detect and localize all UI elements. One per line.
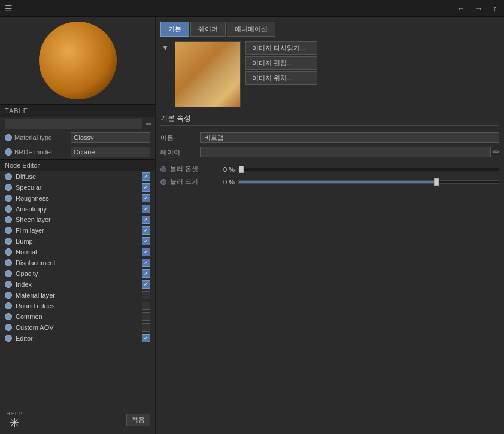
channel-dot	[5, 259, 12, 266]
tabs-row: 기본쉐이더애니메이션	[160, 22, 499, 37]
channel-row: Specular	[0, 182, 155, 193]
name-input[interactable]	[200, 132, 499, 143]
channel-checkbox[interactable]	[142, 194, 150, 202]
channel-name: Opacity	[16, 270, 138, 277]
channel-name: Film layer	[16, 227, 138, 234]
image-thumbnail	[175, 41, 241, 107]
layer-edit-button[interactable]: ✏	[493, 148, 499, 156]
slider-label: 블러 크기	[170, 177, 212, 186]
channel-name: Editor	[16, 335, 138, 342]
channel-checkbox[interactable]	[142, 323, 150, 332]
slider-dot[interactable]	[160, 179, 166, 185]
channel-dot	[5, 324, 12, 331]
slider-thumb[interactable]	[434, 178, 439, 186]
layer-label: 레이어	[160, 148, 196, 157]
material-preview	[39, 22, 117, 99]
layer-dropdown-row: ✏	[200, 147, 499, 157]
channel-name: Bump	[16, 238, 138, 245]
image-action-2[interactable]: 이미지 위치...	[245, 71, 317, 85]
slider-section: 블러 옵셋0 %블러 크기0 %	[160, 163, 499, 188]
material-type-label: Material type	[14, 134, 68, 141]
table-select[interactable]	[5, 119, 142, 129]
channel-checkbox[interactable]	[142, 237, 150, 245]
channel-checkbox[interactable]	[142, 312, 150, 321]
channel-checkbox[interactable]	[142, 226, 150, 235]
nav-back-button[interactable]: ←	[454, 2, 467, 14]
menu-icon[interactable]: ☰	[5, 4, 13, 13]
left-panel: TABLE ✏ Material type Glossy BRDF model …	[0, 17, 156, 434]
cursor-area	[160, 188, 499, 429]
channel-dot	[5, 281, 12, 288]
brdf-model-select[interactable]: Octane	[71, 147, 150, 157]
table-edit-button[interactable]: ✏	[145, 119, 153, 129]
channel-name: Anisotropy	[16, 205, 138, 213]
image-section: ▼ 이미지 다시읽기...이미지 편집...이미지 위치...	[160, 41, 499, 107]
channel-row: Film layer	[0, 225, 155, 236]
name-row: 이름	[160, 130, 499, 145]
nav-up-button[interactable]: ↑	[490, 2, 499, 14]
help-section: HELP ✳ 적용	[0, 405, 155, 434]
channel-row: Round edges	[0, 301, 155, 311]
channel-dot	[5, 184, 12, 191]
channel-dot	[5, 216, 12, 223]
section-title: 기본 속성	[160, 113, 499, 126]
channel-row: Index	[0, 279, 155, 290]
material-type-select[interactable]: Glossy	[71, 132, 150, 143]
slider-thumb[interactable]	[239, 166, 244, 173]
tab-animation[interactable]: 애니메이션	[227, 22, 275, 37]
channel-dot	[5, 292, 12, 299]
channel-checkbox[interactable]	[142, 291, 150, 299]
channel-name: Diffuse	[16, 173, 138, 180]
channel-dot	[5, 195, 12, 202]
topbar-right: ← → ↑	[454, 2, 499, 14]
channel-checkbox[interactable]	[142, 302, 150, 310]
channel-checkbox[interactable]	[142, 172, 150, 181]
slider-percent: 0 %	[215, 178, 235, 186]
slider-track[interactable]	[238, 168, 499, 171]
apply-button[interactable]: 적용	[126, 414, 150, 426]
image-action-1[interactable]: 이미지 편집...	[245, 56, 317, 70]
right-panel: 기본쉐이더애니메이션 ▼ 이미지 다시읽기...이미지 편집...이미지 위치.…	[156, 17, 504, 434]
channel-row: Material layer	[0, 290, 155, 301]
slider-dot[interactable]	[160, 166, 166, 172]
channel-dot	[5, 227, 12, 234]
channel-checkbox[interactable]	[142, 216, 150, 224]
tab-basic[interactable]: 기본	[160, 22, 189, 37]
channel-dot	[5, 205, 12, 213]
nav-forward-button[interactable]: →	[472, 2, 485, 14]
topbar: ☰ ← → ↑	[0, 0, 504, 17]
channel-dot	[5, 270, 12, 277]
channel-checkbox[interactable]	[142, 259, 150, 267]
channel-row: Displacement	[0, 257, 155, 268]
layer-select[interactable]	[200, 147, 491, 157]
slider-row-1: 블러 크기0 %	[160, 175, 499, 188]
channel-checkbox[interactable]	[142, 205, 150, 213]
slider-label: 블러 옵셋	[170, 165, 212, 174]
channel-dot	[5, 302, 12, 309]
channel-checkbox[interactable]	[142, 280, 150, 289]
image-expand-button[interactable]: ▼	[160, 43, 170, 53]
main-layout: TABLE ✏ Material type Glossy BRDF model …	[0, 17, 504, 434]
layer-row: 레이어 ✏	[160, 145, 499, 159]
channel-row: Common	[0, 311, 155, 322]
slider-track[interactable]	[238, 180, 499, 184]
channel-row: Custom AOV	[0, 322, 155, 333]
slider-percent: 0 %	[215, 166, 235, 173]
brdf-model-label: BRDF model	[14, 148, 68, 156]
node-editor-header: Node Editor	[0, 159, 155, 171]
channel-name: Index	[16, 281, 138, 288]
channel-dot	[5, 173, 12, 180]
table-label: TABLE	[0, 104, 155, 117]
channel-row: Bump	[0, 236, 155, 247]
brdf-model-row: BRDF model Octane	[0, 145, 155, 159]
channel-row: Roughness	[0, 193, 155, 204]
image-action-0[interactable]: 이미지 다시읽기...	[245, 41, 317, 55]
tab-shader[interactable]: 쉐이더	[190, 22, 226, 37]
channel-checkbox[interactable]	[142, 248, 150, 256]
channel-checkbox[interactable]	[142, 334, 150, 342]
help-icon-container: HELP ✳	[5, 410, 24, 429]
material-type-dot	[5, 134, 12, 141]
channel-name: Common	[16, 313, 138, 320]
channel-checkbox[interactable]	[142, 183, 150, 192]
channel-checkbox[interactable]	[142, 269, 150, 278]
